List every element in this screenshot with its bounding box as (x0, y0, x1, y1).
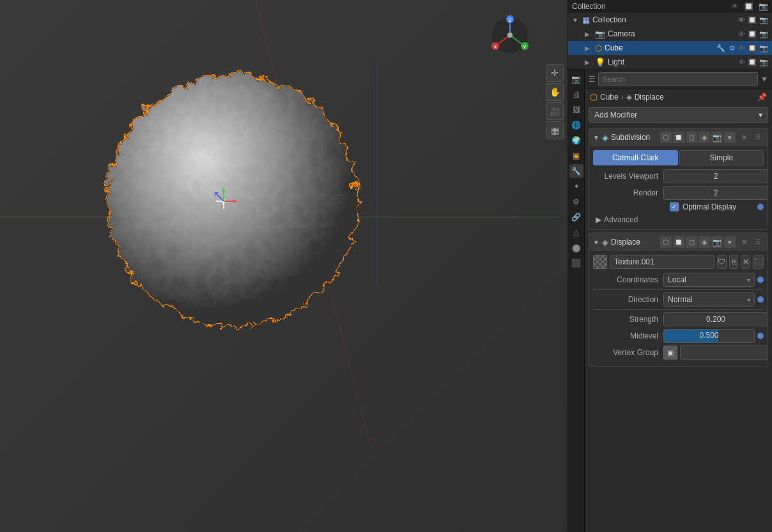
props-output-icon[interactable]: 🖨 (569, 87, 583, 102)
optimal-dot[interactable] (757, 204, 764, 210)
texture-name-input[interactable] (610, 255, 714, 269)
sub-edit-icon[interactable]: ◈ (699, 132, 710, 143)
separator-1 (593, 289, 764, 290)
subdivision-close-icon[interactable]: ✕ (738, 132, 750, 143)
vertex-group-icon: ▣ (663, 346, 677, 360)
cube-restrict-icon[interactable]: 🔲 (748, 44, 757, 52)
outliner-item-cube[interactable]: ▶ ⬡ Cube 🔧 ⚙ 👁 🔲 📷 (568, 41, 772, 55)
texture-new-icon[interactable]: ⬛ (753, 255, 764, 269)
props-world-icon[interactable]: 🌍 (569, 133, 583, 148)
props-constraints-icon[interactable]: 🔗 (569, 210, 583, 224)
optimal-display-label: Optimal Display (683, 202, 736, 211)
breadcrumb-object: Cube (600, 93, 619, 102)
properties-panel: 📷 🖨 🖼 🌐 🌍 ▣ 🔧 ✦ ⚙ 🔗 △ ⬤ ⬛ (568, 70, 772, 532)
strength-input[interactable] (663, 312, 768, 326)
tab-catmull-clark[interactable]: Catmull-Clark (593, 150, 678, 165)
subdivision-collapse-icon[interactable]: ▼ (593, 134, 599, 141)
props-menu-icon[interactable]: ☰ (589, 75, 596, 84)
light-render-icon[interactable]: 📷 (759, 58, 768, 66)
viewport-gizmo[interactable]: Z X Y (488, 13, 532, 57)
grid-tool[interactable]: ▦ (546, 121, 564, 139)
props-texture-icon[interactable]: ⬛ (569, 256, 583, 270)
advanced-row[interactable]: ▶ Advanced (593, 214, 764, 225)
props-object-icon[interactable]: ▣ (569, 149, 583, 163)
props-expand-icon[interactable]: ▼ (760, 75, 768, 84)
sub-render-icon[interactable]: 🔲 (673, 132, 684, 143)
direction-dropdown[interactable]: Normal ▾ (663, 293, 755, 307)
displace-close-icon[interactable]: ✕ (738, 236, 750, 248)
coordinates-dropdown[interactable]: Local ▾ (663, 273, 755, 287)
displace-drag-icon[interactable]: ⠿ (752, 236, 764, 248)
subdivision-name: Subdivision (611, 133, 658, 142)
restrict-icon[interactable]: 🔲 (748, 16, 757, 24)
optimal-display-checkbox[interactable]: ✓ (670, 202, 679, 211)
displace-name: Displace (611, 238, 658, 247)
props-render-icon[interactable]: 📷 (569, 72, 583, 86)
light-eye-icon[interactable]: 👁 (738, 58, 745, 66)
levels-viewport-input[interactable] (663, 169, 768, 183)
props-modifier-icon[interactable]: 🔧 (569, 164, 583, 178)
sub-realtime-icon[interactable]: ⬡ (660, 132, 672, 143)
props-material-icon[interactable]: ⬤ (569, 241, 583, 255)
render-icon[interactable]: 📷 (759, 16, 768, 24)
dis-viewport-icon[interactable]: ◻ (686, 236, 697, 248)
subdivision-vis-controls: ⬡ 🔲 ◻ ◈ 📷 ▾ (660, 132, 736, 143)
cube-eye-icon[interactable]: 👁 (738, 44, 745, 52)
texture-remove-icon[interactable]: ✕ (741, 255, 750, 269)
sub-expand-icon[interactable]: ▾ (724, 132, 736, 143)
viewport[interactable]: Z X Y ✛ ✋ 🎥 (0, 0, 567, 532)
subdivision-tabs: Catmull-Clark Simple (593, 150, 764, 165)
outliner-eye-icon[interactable]: 👁 (731, 2, 739, 11)
midlevel-input[interactable]: 0.500 (663, 329, 755, 343)
displace-collapse-icon[interactable]: ▼ (593, 239, 599, 246)
outliner-item-light[interactable]: ▶ 💡 Light 👁 🔲 📷 (568, 55, 772, 69)
light-restrict-icon[interactable]: 🔲 (748, 58, 757, 66)
tab-simple[interactable]: Simple (679, 150, 764, 165)
move-tool[interactable]: ✋ (546, 83, 564, 101)
subdivision-drag-icon[interactable]: ⠿ (752, 132, 764, 143)
outliner-camera-icon[interactable]: 📷 (759, 2, 768, 11)
dis-camera-icon[interactable]: 📷 (711, 236, 723, 248)
texture-copy-icon[interactable]: ⎘ (729, 255, 739, 269)
coordinates-dot[interactable] (757, 277, 764, 283)
sub-viewport-icon[interactable]: ◻ (686, 132, 697, 143)
camera-tool[interactable]: 🎥 (546, 102, 564, 120)
sub-camera-icon[interactable]: 📷 (711, 132, 723, 143)
vertex-group-controls: ▣ → (663, 346, 768, 360)
props-search-input[interactable] (598, 72, 758, 86)
texture-shield-icon[interactable]: 🛡 (717, 255, 727, 269)
props-scene-icon[interactable]: 🌐 (569, 118, 583, 132)
dis-realtime-icon[interactable]: ⬡ (660, 236, 672, 248)
cam-render-icon[interactable]: 📷 (759, 30, 768, 38)
cube-modifier-icon: 🔧 (716, 44, 725, 52)
add-modifier-button[interactable]: Add Modifier ▾ (589, 107, 768, 123)
breadcrumb-modifier-icon: ◈ (626, 93, 632, 102)
cube-render-icon[interactable]: 📷 (759, 44, 768, 52)
gizmo-svg: Z X Y (488, 13, 532, 57)
render-input[interactable] (663, 186, 768, 200)
dis-expand-icon[interactable]: ▾ (724, 236, 736, 248)
vertex-group-label: Vertex Group (593, 348, 663, 357)
cursor-tool[interactable]: ✛ (546, 64, 564, 82)
outliner-item-camera[interactable]: ▶ 📷 Camera 👁 🔲 📷 (568, 27, 772, 41)
cam-restrict-icon[interactable]: 🔲 (748, 30, 757, 38)
vertex-group-input[interactable] (680, 346, 768, 360)
props-header: ☰ ▼ (585, 70, 772, 89)
props-particles-icon[interactable]: ✦ (569, 179, 583, 194)
outliner-restrict-icon[interactable]: 🔲 (744, 2, 753, 11)
light-icon: 💡 (595, 57, 605, 67)
outliner-item-collection[interactable]: ▼ ▦ Collection 👁 🔲 📷 (568, 13, 772, 27)
pin-icon[interactable]: 📌 (757, 93, 767, 102)
direction-dot[interactable] (757, 296, 764, 303)
eye-icon[interactable]: 👁 (738, 16, 745, 24)
props-view-layer-icon[interactable]: 🖼 (569, 103, 583, 117)
cam-eye-icon[interactable]: 👁 (738, 30, 745, 38)
dis-edit-icon[interactable]: ◈ (699, 236, 710, 248)
props-data-icon[interactable]: △ (569, 225, 583, 239)
props-physics-icon[interactable]: ⚙ (569, 195, 583, 209)
dis-render-icon[interactable]: 🔲 (673, 236, 684, 248)
collection-controls: 👁 🔲 📷 (738, 16, 768, 24)
midlevel-dot[interactable] (757, 333, 764, 339)
breadcrumb: ⬡ Cube › ◈ Displace 📌 (585, 89, 772, 105)
midlevel-row: Midlevel 0.500 (593, 329, 764, 343)
